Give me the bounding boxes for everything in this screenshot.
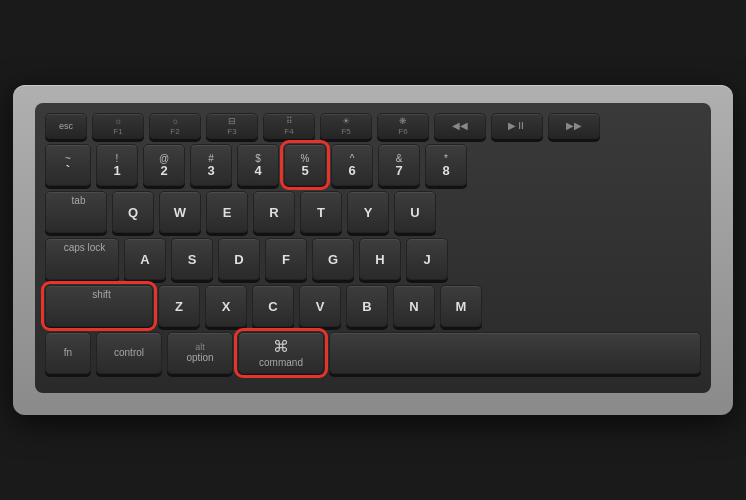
key-f6[interactable]: ❋ F6 — [377, 113, 429, 139]
key-tilde[interactable]: ~ ` — [45, 144, 91, 186]
key-u[interactable]: U — [394, 191, 436, 233]
key-4[interactable]: $ 4 — [237, 144, 279, 186]
fn-row: esc ☼ F1 ☼ F2 ⊟ F3 ⠿ F4 ☀ F5 — [45, 113, 701, 139]
key-e[interactable]: E — [206, 191, 248, 233]
key-3[interactable]: # 3 — [190, 144, 232, 186]
esc-label: esc — [59, 121, 73, 132]
key-shift-left[interactable]: shift — [45, 285, 153, 327]
key-f7[interactable]: ◀◀ — [434, 113, 486, 139]
key-z[interactable]: Z — [158, 285, 200, 327]
key-f9[interactable]: ▶▶ — [548, 113, 600, 139]
key-7[interactable]: & 7 — [378, 144, 420, 186]
key-esc[interactable]: esc — [45, 113, 87, 139]
key-1[interactable]: ! 1 — [96, 144, 138, 186]
key-d[interactable]: D — [218, 238, 260, 280]
zxcv-row: shift Z X C V B N M — [45, 285, 701, 327]
key-f[interactable]: F — [265, 238, 307, 280]
key-command[interactable]: ⌘ command — [238, 332, 324, 374]
qwerty-row: tab Q W E R T Y U — [45, 191, 701, 233]
key-5-percent[interactable]: % 5 — [284, 144, 326, 186]
key-control[interactable]: control — [96, 332, 162, 374]
keyboard-inner: esc ☼ F1 ☼ F2 ⊟ F3 ⠿ F4 ☀ F5 — [35, 103, 711, 393]
key-8[interactable]: * 8 — [425, 144, 467, 186]
key-fn[interactable]: fn — [45, 332, 91, 374]
key-g[interactable]: G — [312, 238, 354, 280]
key-f8[interactable]: ▶⏸ — [491, 113, 543, 139]
key-f5[interactable]: ☀ F5 — [320, 113, 372, 139]
key-6[interactable]: ^ 6 — [331, 144, 373, 186]
key-r[interactable]: R — [253, 191, 295, 233]
key-f4[interactable]: ⠿ F4 — [263, 113, 315, 139]
key-c[interactable]: C — [252, 285, 294, 327]
key-w[interactable]: W — [159, 191, 201, 233]
key-t[interactable]: T — [300, 191, 342, 233]
key-f3[interactable]: ⊟ F3 — [206, 113, 258, 139]
key-caps-lock[interactable]: caps lock — [45, 238, 119, 280]
key-s[interactable]: S — [171, 238, 213, 280]
key-space[interactable] — [329, 332, 701, 374]
number-row: ~ ` ! 1 @ 2 # 3 $ 4 % 5 — [45, 144, 701, 186]
key-b[interactable]: B — [346, 285, 388, 327]
key-option[interactable]: alt option — [167, 332, 233, 374]
keyboard: esc ☼ F1 ☼ F2 ⊟ F3 ⠿ F4 ☀ F5 — [13, 85, 733, 415]
key-tab[interactable]: tab — [45, 191, 107, 233]
key-m[interactable]: M — [440, 285, 482, 327]
asdf-row: caps lock A S D F G H J — [45, 238, 701, 280]
key-f1[interactable]: ☼ F1 — [92, 113, 144, 139]
key-2[interactable]: @ 2 — [143, 144, 185, 186]
key-n[interactable]: N — [393, 285, 435, 327]
key-q[interactable]: Q — [112, 191, 154, 233]
key-f2[interactable]: ☼ F2 — [149, 113, 201, 139]
key-j[interactable]: J — [406, 238, 448, 280]
key-y[interactable]: Y — [347, 191, 389, 233]
bottom-row: fn control alt option ⌘ command — [45, 332, 701, 374]
key-v[interactable]: V — [299, 285, 341, 327]
key-a[interactable]: A — [124, 238, 166, 280]
key-x[interactable]: X — [205, 285, 247, 327]
key-h[interactable]: H — [359, 238, 401, 280]
